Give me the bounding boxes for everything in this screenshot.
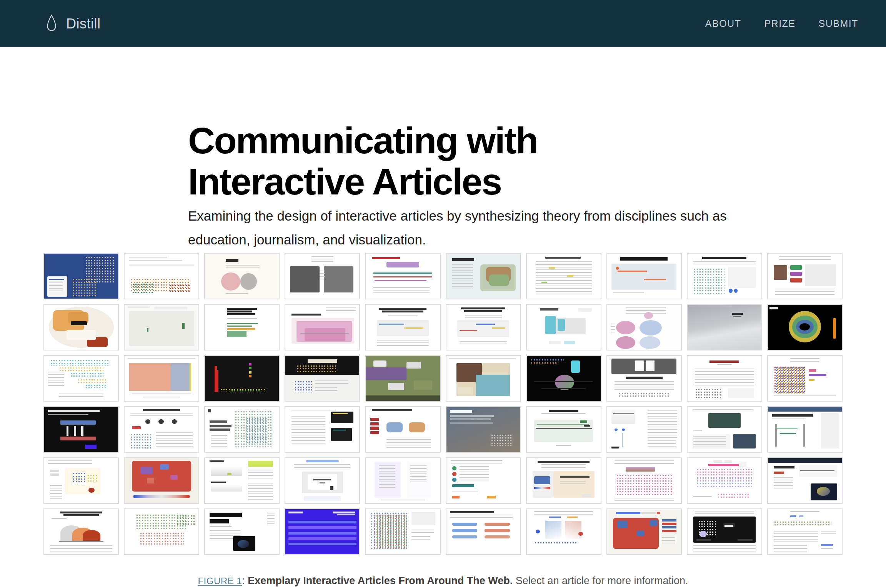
thumbnail[interactable] bbox=[204, 253, 280, 299]
distill-brand[interactable]: Distill bbox=[45, 14, 101, 33]
thumbnail[interactable] bbox=[285, 508, 360, 555]
thumbnail-layer bbox=[227, 326, 252, 327]
figure-1-link[interactable]: FIGURE 1 bbox=[198, 576, 242, 586]
thumbnail[interactable] bbox=[365, 457, 440, 504]
thumbnail[interactable] bbox=[767, 355, 843, 402]
thumbnail[interactable] bbox=[365, 253, 440, 299]
thumbnail[interactable] bbox=[43, 406, 119, 453]
thumbnail[interactable] bbox=[365, 355, 440, 402]
thumbnail[interactable] bbox=[606, 508, 682, 555]
thumbnail-layer bbox=[379, 308, 426, 310]
thumbnail[interactable] bbox=[446, 508, 521, 555]
thumbnail[interactable] bbox=[526, 457, 601, 504]
thumbnail-layer bbox=[267, 513, 275, 525]
thumbnail[interactable] bbox=[606, 355, 682, 402]
thumbnail[interactable] bbox=[687, 457, 762, 504]
page-title-line-1: Communicating with bbox=[188, 120, 538, 161]
thumbnail[interactable] bbox=[285, 304, 360, 350]
thumbnail-layer bbox=[693, 430, 702, 432]
thumbnail-layer bbox=[217, 370, 218, 392]
thumbnail-layer bbox=[578, 308, 592, 311]
thumbnail[interactable] bbox=[767, 457, 843, 504]
thumbnail[interactable] bbox=[446, 253, 521, 299]
thumbnail-layer bbox=[555, 375, 574, 390]
thumbnail-layer bbox=[72, 278, 97, 296]
thumbnail[interactable] bbox=[446, 304, 521, 350]
thumbnail[interactable] bbox=[365, 508, 440, 555]
thumbnail-layer bbox=[249, 375, 251, 377]
thumbnail[interactable] bbox=[204, 508, 280, 555]
thumbnail[interactable] bbox=[606, 253, 682, 299]
thumbnail-layer bbox=[249, 363, 251, 365]
thumbnail[interactable] bbox=[526, 355, 601, 402]
thumbnail[interactable] bbox=[43, 304, 119, 350]
thumbnail[interactable] bbox=[526, 508, 601, 555]
thumbnail-layer bbox=[567, 517, 578, 518]
thumbnail-layer bbox=[372, 257, 400, 259]
thumbnail-layer bbox=[452, 492, 478, 493]
thumbnail-layer bbox=[821, 413, 839, 448]
thumbnail[interactable] bbox=[446, 355, 521, 402]
thumbnail[interactable] bbox=[365, 304, 440, 350]
thumbnail-layer bbox=[734, 289, 738, 293]
thumbnail[interactable] bbox=[687, 355, 762, 402]
thumbnail[interactable] bbox=[767, 253, 843, 299]
thumbnail[interactable] bbox=[124, 304, 199, 350]
thumbnail[interactable] bbox=[124, 508, 199, 555]
thumbnail[interactable] bbox=[285, 406, 360, 453]
thumbnail-layer bbox=[172, 419, 177, 424]
nav-link-about[interactable]: ABOUT bbox=[705, 18, 741, 29]
thumbnail[interactable] bbox=[204, 304, 280, 350]
thumbnail[interactable] bbox=[43, 457, 119, 504]
thumbnail[interactable] bbox=[124, 355, 199, 402]
thumbnail-layer bbox=[370, 427, 379, 430]
thumbnail[interactable] bbox=[43, 508, 119, 555]
thumbnail-layer bbox=[81, 426, 83, 436]
thumbnail-layer bbox=[790, 358, 820, 362]
thumbnail[interactable] bbox=[285, 355, 360, 402]
thumbnail[interactable] bbox=[526, 253, 601, 299]
thumbnail-layer bbox=[227, 473, 232, 475]
thumbnail[interactable] bbox=[687, 508, 762, 555]
thumbnail-layer bbox=[67, 426, 69, 436]
thumbnail[interactable] bbox=[365, 406, 440, 453]
thumbnail[interactable] bbox=[285, 253, 360, 299]
thumbnail[interactable] bbox=[687, 406, 762, 453]
thumbnail[interactable] bbox=[204, 457, 280, 504]
thumbnail[interactable] bbox=[43, 253, 119, 299]
thumbnail[interactable] bbox=[687, 253, 762, 299]
thumbnail-layer bbox=[541, 464, 586, 468]
thumbnail-layer bbox=[376, 515, 407, 549]
thumbnail[interactable] bbox=[124, 457, 199, 504]
thumbnail-layer bbox=[145, 419, 150, 424]
thumbnail-layer bbox=[147, 328, 148, 332]
thumbnail[interactable] bbox=[767, 304, 843, 350]
thumbnail[interactable] bbox=[204, 355, 280, 402]
brand-name[interactable]: Distill bbox=[66, 16, 101, 32]
thumbnail[interactable] bbox=[606, 304, 682, 350]
thumbnail[interactable] bbox=[204, 406, 280, 453]
thumbnail[interactable] bbox=[285, 457, 360, 504]
thumbnail[interactable] bbox=[446, 406, 521, 453]
thumbnail[interactable] bbox=[124, 253, 199, 299]
nav-link-submit[interactable]: SUBMIT bbox=[819, 18, 858, 29]
thumbnail[interactable] bbox=[687, 304, 762, 350]
thumbnail-layer bbox=[809, 374, 826, 376]
thumbnail[interactable] bbox=[446, 457, 521, 504]
nav-link-prize[interactable]: PRIZE bbox=[764, 18, 795, 29]
thumbnail-layer bbox=[85, 384, 107, 389]
thumbnail-layer bbox=[693, 545, 755, 551]
thumbnail-layer bbox=[774, 531, 818, 542]
thumbnail-layer bbox=[549, 410, 578, 412]
thumbnail-layer bbox=[291, 314, 321, 316]
thumbnail-layer bbox=[60, 437, 96, 440]
thumbnail[interactable] bbox=[767, 508, 843, 555]
thumbnail[interactable] bbox=[43, 355, 119, 402]
thumbnail[interactable] bbox=[606, 406, 682, 453]
thumbnail-layer bbox=[74, 426, 76, 436]
thumbnail[interactable] bbox=[124, 406, 199, 453]
thumbnail[interactable] bbox=[526, 406, 601, 453]
thumbnail[interactable] bbox=[767, 406, 843, 453]
thumbnail[interactable] bbox=[526, 304, 601, 350]
thumbnail[interactable] bbox=[606, 457, 682, 504]
